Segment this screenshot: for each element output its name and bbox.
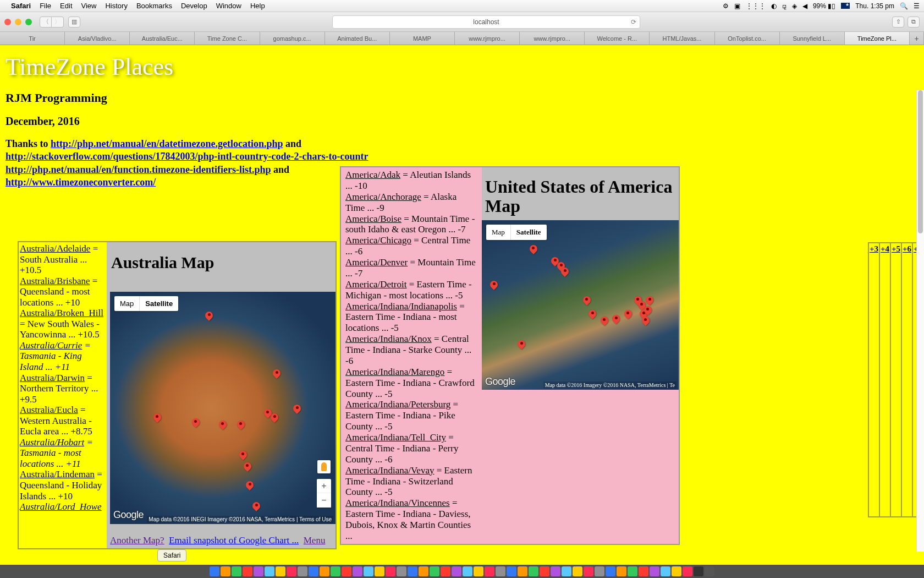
timezone-link[interactable]: America/Boise: [345, 214, 402, 224]
zoom-window[interactable]: [25, 19, 32, 25]
flag-icon[interactable]: [841, 3, 850, 9]
notification-icon[interactable]: ☰: [914, 2, 920, 10]
offset-tab[interactable]: +3: [868, 242, 880, 517]
timezone-link[interactable]: America/Chicago: [345, 235, 411, 246]
dock-app-icon[interactable]: [309, 566, 318, 576]
timezone-link[interactable]: America/Indiana/Vevay: [345, 465, 434, 476]
dock-app-icon[interactable]: [375, 566, 384, 576]
map-button[interactable]: Map: [486, 225, 510, 240]
dock-app-icon[interactable]: [496, 566, 505, 576]
timezone-link[interactable]: America/Indiana/Indianapolis: [345, 301, 457, 312]
dock-app-icon[interactable]: [474, 566, 483, 576]
dock-app-icon[interactable]: [628, 566, 637, 576]
menu-link[interactable]: Menu: [304, 535, 326, 546]
browser-tab[interactable]: OnToplist.co...: [715, 32, 780, 45]
dock-app-icon[interactable]: [650, 566, 659, 576]
dock-app-icon[interactable]: [573, 566, 582, 576]
dock-app-icon[interactable]: [243, 566, 252, 576]
clock[interactable]: Thu. 1:35 pm: [855, 2, 894, 10]
menu-file[interactable]: File: [40, 2, 51, 10]
australia-map[interactable]: Map Satellite + − Google Map data ©2016 …: [110, 292, 336, 524]
tabs-button[interactable]: ⧉: [908, 17, 920, 28]
timezone-link[interactable]: Australia/Brisbane: [20, 276, 90, 286]
browser-tab[interactable]: HTML/Javas...: [650, 32, 714, 45]
dock-app-icon[interactable]: [287, 566, 296, 576]
dock-app-icon[interactable]: [221, 566, 230, 576]
minimize-window[interactable]: [15, 19, 21, 25]
dock-app-icon[interactable]: [210, 566, 219, 576]
timezone-link[interactable]: Australia/Eucla: [20, 405, 78, 415]
app-menu[interactable]: Safari: [11, 2, 31, 10]
dock-app-icon[interactable]: [672, 566, 681, 576]
timezone-link[interactable]: America/Anchorage: [345, 192, 421, 202]
usa-map[interactable]: Map Satellite Google Map data ©2016 Imag…: [482, 220, 679, 390]
offset-tab[interactable]: +4: [879, 242, 891, 517]
dock-app-icon[interactable]: [683, 566, 692, 576]
dock-app-icon[interactable]: [551, 566, 560, 576]
zoom-out[interactable]: −: [317, 493, 331, 508]
dock-app-icon[interactable]: [529, 566, 538, 576]
browser-tab[interactable]: Time Zone C...: [195, 32, 260, 45]
dock-app-icon[interactable]: [562, 566, 571, 576]
spotlight-icon[interactable]: 🔍: [900, 2, 908, 10]
timezone-link[interactable]: Australia/Broken_Hill: [20, 308, 103, 318]
timezone-link[interactable]: Australia/Lindeman: [20, 469, 95, 479]
browser-tab[interactable]: TimeZone Pl...: [845, 32, 910, 45]
status-icon[interactable]: ▣: [734, 2, 740, 10]
new-tab-button[interactable]: +: [910, 32, 924, 45]
dock-app-icon[interactable]: [430, 566, 439, 576]
timezone-link[interactable]: America/Indiana/Knox: [345, 334, 432, 344]
timezone-link[interactable]: Australia/Currie: [20, 340, 82, 351]
dock-app-icon[interactable]: [232, 566, 241, 576]
timezone-link[interactable]: Australia/Hobart: [20, 437, 84, 448]
dock-app-icon[interactable]: [419, 566, 428, 576]
dock-app-icon[interactable]: [639, 566, 648, 576]
address-bar[interactable]: localhost ⟳: [332, 15, 640, 29]
terms-link[interactable]: Terms of Use: [299, 516, 332, 522]
volume-icon[interactable]: ◀: [802, 2, 807, 10]
dock-app-icon[interactable]: [254, 566, 263, 576]
timezone-link[interactable]: America/Indiana/Petersburg: [345, 399, 450, 410]
dock-app-icon[interactable]: [364, 566, 373, 576]
status-icon[interactable]: ⚙: [723, 2, 729, 10]
menu-edit[interactable]: Edit: [60, 2, 72, 10]
browser-tab[interactable]: Australia/Euc...: [130, 32, 195, 45]
browser-tab[interactable]: gomashup.c...: [260, 32, 325, 45]
dock-app-icon[interactable]: [452, 566, 461, 576]
browser-tab[interactable]: Asia/Vladivo...: [65, 32, 130, 45]
dock-app-icon[interactable]: [507, 566, 516, 576]
browser-tab[interactable]: Tir: [0, 32, 65, 45]
dock-app-icon[interactable]: [320, 566, 329, 576]
bluetooth-icon[interactable]: ⚼: [782, 2, 787, 10]
wifi-icon[interactable]: ◈: [792, 2, 797, 10]
satellite-button[interactable]: Satellite: [510, 225, 547, 240]
dock-app-icon[interactable]: [441, 566, 450, 576]
offset-tab[interactable]: +6: [901, 242, 913, 517]
timezone-link[interactable]: America/Denver: [345, 257, 408, 268]
status-icon[interactable]: ◐: [771, 2, 777, 10]
dock-app-icon[interactable]: [342, 566, 351, 576]
browser-tab[interactable]: MAMP: [390, 32, 455, 45]
email-snapshot-link[interactable]: Email snapshot of Google Chart ...: [169, 535, 299, 546]
dock-app-icon[interactable]: [606, 566, 615, 576]
browser-tab[interactable]: www.rjmpro...: [455, 32, 520, 45]
dock-app-icon[interactable]: [661, 566, 670, 576]
offset-tab[interactable]: +5: [890, 242, 902, 517]
menu-view[interactable]: View: [81, 2, 97, 10]
reload-icon[interactable]: ⟳: [631, 18, 636, 26]
dock-app-icon[interactable]: [485, 566, 494, 576]
timezone-link[interactable]: Australia/Adelaide: [20, 243, 90, 254]
pegman-icon[interactable]: [317, 460, 331, 473]
timezone-link[interactable]: America/Indiana/Vincennes: [345, 498, 450, 508]
menu-bookmarks[interactable]: Bookmarks: [136, 2, 172, 10]
dock-app-icon[interactable]: [584, 566, 593, 576]
zoom-in[interactable]: +: [317, 479, 331, 493]
satellite-button[interactable]: Satellite: [139, 296, 178, 311]
dock-app-icon[interactable]: [463, 566, 472, 576]
battery-status[interactable]: 99% ▮▯: [813, 2, 835, 10]
status-icon[interactable]: ⋮⋮⋮: [746, 2, 766, 10]
dock-app-icon[interactable]: [353, 566, 362, 576]
dock-app-icon[interactable]: [518, 566, 527, 576]
map-button[interactable]: Map: [114, 296, 139, 311]
dock-app-icon[interactable]: [694, 566, 703, 576]
